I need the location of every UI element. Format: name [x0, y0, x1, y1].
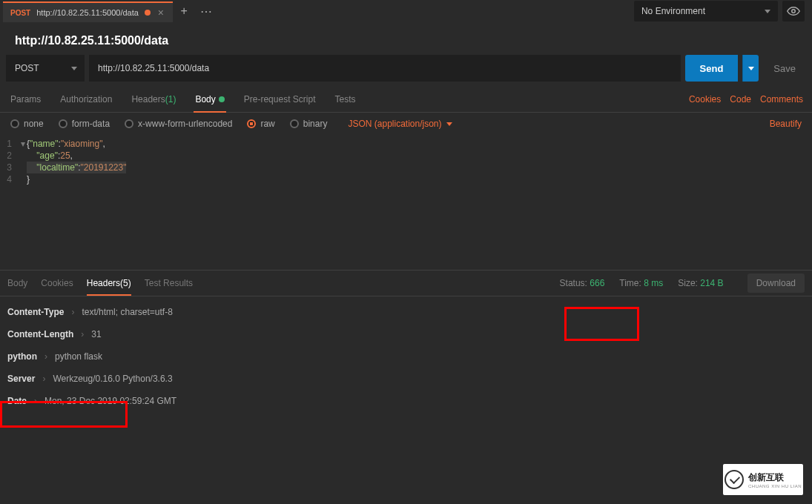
arrow-icon: ›	[34, 396, 37, 406]
response-header-row: python›python flask	[7, 351, 805, 362]
cookies-link[interactable]: Cookies	[689, 94, 721, 105]
code-link[interactable]: Code	[730, 94, 751, 105]
body-option-formdata[interactable]: form-data	[59, 119, 110, 129]
response-stats: Status: 666 Time: 8 ms Size: 214 B Downl…	[560, 273, 805, 293]
tab-params[interactable]: Params	[9, 86, 42, 112]
tab-authorization[interactable]: Authorization	[59, 86, 113, 112]
chevron-down-icon	[446, 122, 452, 126]
chevron-down-icon	[71, 67, 77, 70]
request-title-bar: http://10.82.25.11:5000/data	[0, 22, 812, 55]
body-option-binary[interactable]: binary	[290, 119, 328, 129]
header-key: Content-Type	[7, 307, 64, 317]
response-header-row: Content-Type›text/html; charset=utf-8	[7, 307, 805, 317]
header-value: python flask	[55, 351, 102, 362]
response-tabs: Body Cookies Headers (5) Test Results	[7, 271, 193, 296]
url-row: POST Send Save	[0, 55, 812, 82]
request-tabs: Params Authorization Headers (1) Body Pr…	[0, 86, 812, 113]
close-icon[interactable]: ×	[156, 7, 165, 19]
request-tab[interactable]: POST http://10.82.25.11:5000/data ×	[3, 1, 173, 22]
tab-tests[interactable]: Tests	[333, 86, 357, 112]
body-type-row: none form-data x-www-form-urlencoded raw…	[0, 113, 812, 135]
send-button[interactable]: Send	[685, 55, 739, 82]
size-stat: Size: 214 B	[678, 278, 723, 288]
tab-menu-button[interactable]: ⋯	[195, 1, 217, 21]
environment-label: No Environment	[641, 6, 705, 16]
response-tab-body[interactable]: Body	[7, 271, 27, 296]
tab-strip: POST http://10.82.25.11:5000/data × + ⋯	[3, 0, 217, 22]
comments-link[interactable]: Comments	[760, 94, 803, 105]
radio-icon	[10, 119, 19, 128]
radio-icon	[290, 119, 299, 128]
body-option-none[interactable]: none	[10, 119, 44, 129]
method-value: POST	[15, 63, 39, 73]
logo-text: 创新互联	[748, 471, 802, 484]
arrow-icon: ›	[71, 307, 74, 317]
response-tab-cookies[interactable]: Cookies	[41, 271, 73, 296]
arrow-icon: ›	[44, 351, 47, 362]
body-option-raw[interactable]: raw	[247, 119, 274, 129]
url-input[interactable]	[89, 55, 681, 82]
header-value: 31	[91, 329, 101, 339]
beautify-link[interactable]: Beautify	[770, 119, 802, 129]
radio-icon	[59, 119, 67, 128]
eye-icon	[787, 4, 800, 18]
tab-headers[interactable]: Headers (1)	[130, 86, 177, 112]
tab-body[interactable]: Body	[194, 86, 225, 112]
header-key: Content-Length	[7, 329, 73, 339]
environment-select[interactable]: No Environment	[634, 1, 778, 21]
status-stat: Status: 666	[560, 278, 605, 288]
topbar-right: No Environment	[634, 1, 809, 21]
time-stat: Time: 8 ms	[619, 278, 663, 288]
watermark-logo: 创新互联 CHUANG XIN HU LIAN	[723, 464, 803, 495]
svg-point-0	[792, 10, 796, 13]
chevron-down-icon	[748, 67, 754, 70]
chevron-down-icon	[765, 10, 770, 13]
editor-line[interactable]: 2 "age":25,	[0, 150, 812, 162]
body-editor[interactable]: 1▾{"name":"xiaoming",2 "age":25,3 "local…	[0, 135, 812, 270]
tab-method-badge: POST	[10, 9, 30, 17]
tab-prerequest[interactable]: Pre-request Script	[242, 86, 317, 112]
request-tabs-right: Cookies Code Comments	[689, 94, 803, 105]
content-type-select[interactable]: JSON (application/json)	[348, 119, 452, 129]
header-key: python	[7, 351, 37, 362]
tab-title: http://10.82.25.11:5000/data	[36, 8, 139, 17]
response-tab-testresults[interactable]: Test Results	[145, 271, 193, 296]
response-headers-list: Content-Type›text/html; charset=utf-8Con…	[0, 296, 812, 417]
top-bar: POST http://10.82.25.11:5000/data × + ⋯ …	[0, 0, 812, 22]
logo-icon	[724, 470, 744, 489]
radio-icon	[125, 119, 133, 128]
response-header-row: Server›Werkzeug/0.16.0 Python/3.6.3	[7, 374, 805, 384]
request-title: http://10.82.25.11:5000/data	[15, 34, 797, 47]
response-tab-headers[interactable]: Headers (5)	[87, 271, 131, 296]
header-value: Werkzeug/0.16.0 Python/3.6.3	[53, 374, 172, 384]
environment-quicklook-button[interactable]	[782, 1, 805, 21]
download-button[interactable]: Download	[747, 273, 805, 293]
arrow-icon: ›	[42, 374, 45, 384]
response-bar: Body Cookies Headers (5) Test Results St…	[0, 270, 812, 296]
editor-line[interactable]: 4}	[0, 173, 812, 185]
editor-line[interactable]: 1▾{"name":"xiaoming",	[0, 138, 812, 150]
modified-dot-icon	[219, 96, 225, 102]
editor-line[interactable]: 3 "localtime":"20191223"	[0, 162, 812, 173]
header-key: Date	[7, 396, 27, 406]
save-button[interactable]: Save	[763, 55, 806, 82]
response-header-row: Content-Length›31	[7, 329, 805, 339]
method-select[interactable]: POST	[6, 55, 85, 82]
logo-subtext: CHUANG XIN HU LIAN	[748, 484, 802, 488]
radio-icon	[247, 119, 256, 128]
header-value: text/html; charset=utf-8	[82, 307, 172, 317]
response-header-row: Date›Mon, 23 Dec 2019 02:59:24 GMT	[7, 396, 805, 406]
send-options-button[interactable]	[742, 55, 759, 82]
new-tab-button[interactable]: +	[173, 1, 195, 21]
arrow-icon: ›	[81, 329, 84, 339]
header-key: Server	[7, 374, 35, 384]
unsaved-dot-icon	[145, 10, 151, 16]
body-option-urlencoded[interactable]: x-www-form-urlencoded	[125, 119, 232, 129]
header-value: Mon, 23 Dec 2019 02:59:24 GMT	[44, 396, 176, 406]
